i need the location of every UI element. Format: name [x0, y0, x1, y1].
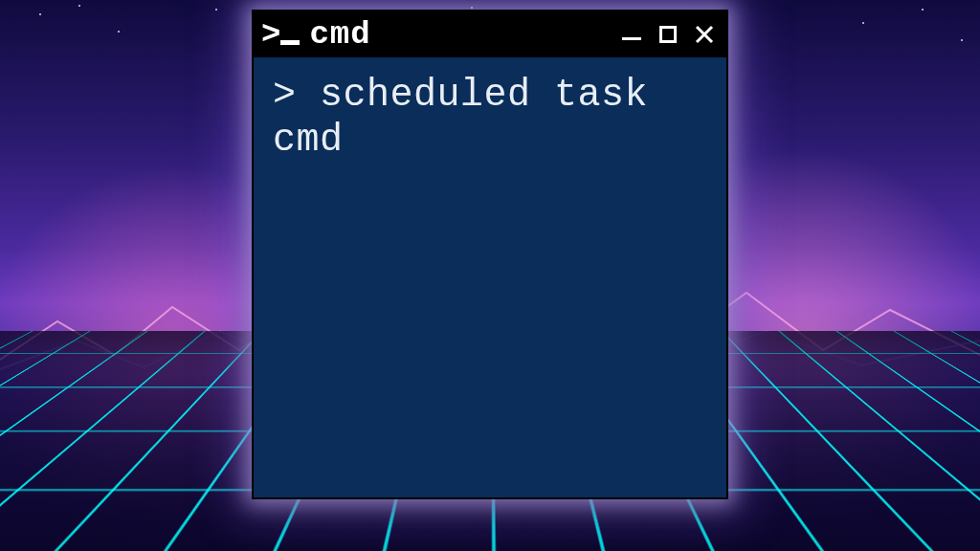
minimize-button[interactable] [619, 22, 644, 47]
window-controls [619, 22, 717, 47]
terminal-window: > cmd > scheduled task cmd [252, 10, 728, 499]
close-button[interactable] [692, 22, 717, 47]
terminal-body[interactable]: > scheduled task cmd [254, 57, 726, 497]
titlebar[interactable]: > cmd [254, 11, 726, 57]
minimize-icon [622, 37, 641, 40]
maximize-button[interactable] [656, 22, 680, 47]
close-icon [694, 24, 715, 45]
command-text: scheduled task cmd [273, 74, 672, 162]
prompt-char: > [273, 74, 297, 117]
window-title: cmd [309, 16, 370, 53]
maximize-icon [659, 26, 677, 43]
terminal-prompt-icon: > [261, 18, 300, 51]
